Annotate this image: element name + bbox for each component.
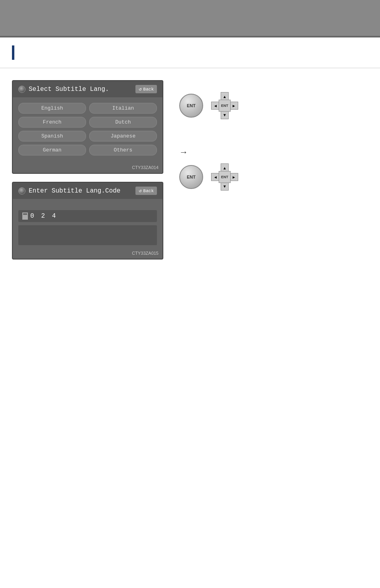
- ent-round-button-1[interactable]: ENT: [179, 94, 203, 118]
- code-input-area: 0 2 4: [13, 199, 163, 249]
- back-arrow-icon-1: ↺: [139, 86, 141, 92]
- screen1-header: Select Subtitle Lang. ↺ Back: [13, 81, 163, 97]
- control-row-1: ENT ▲ ◄ ENT ► ▼: [179, 92, 238, 119]
- screen1-back-button[interactable]: ↺ Back: [135, 85, 157, 93]
- code-cursor: [22, 212, 28, 220]
- lang-btn-english[interactable]: English: [18, 103, 86, 114]
- language-grid: English Italian French Dutch Spanish Jap…: [13, 97, 163, 163]
- header-accent: [12, 45, 14, 60]
- screen2-title: Enter Subtitle Lang.Code: [18, 187, 120, 195]
- dpad-1-right[interactable]: ►: [229, 102, 238, 110]
- right-column: ENT ▲ ◄ ENT ► ▼ → ENT: [179, 80, 238, 260]
- code-display: 0 2 4: [18, 210, 157, 222]
- code-result-area: [18, 225, 157, 245]
- screen1-panel: Select Subtitle Lang. ↺ Back English Ita…: [12, 80, 163, 174]
- dpad-1: ▲ ◄ ENT ► ▼: [211, 92, 238, 119]
- dpad-1-down[interactable]: ▼: [221, 110, 229, 119]
- dpad-1-center[interactable]: ENT: [219, 100, 231, 112]
- lang-btn-spanish[interactable]: Spanish: [18, 131, 86, 142]
- lang-btn-japanese[interactable]: Japanese: [89, 131, 157, 142]
- screen2-panel: Enter Subtitle Lang.Code ↺ Back 0 2 4 CT…: [12, 182, 163, 260]
- left-column: Select Subtitle Lang. ↺ Back English Ita…: [12, 80, 163, 260]
- disc-icon-2: [18, 187, 25, 195]
- arrow-right-icon: →: [179, 147, 188, 157]
- control-group-1: ENT ▲ ◄ ENT ► ▼: [179, 92, 238, 119]
- screen2-ref: CTY33ZA015: [13, 249, 163, 259]
- dpad-2-down[interactable]: ▼: [221, 182, 229, 191]
- code-value: 0 2 4: [30, 212, 57, 220]
- dpad-2: ▲ ◄ ENT ► ▼: [211, 163, 238, 191]
- lang-btn-dutch[interactable]: Dutch: [89, 117, 157, 128]
- screen1-title: Select Subtitle Lang.: [18, 86, 109, 93]
- lang-btn-german[interactable]: German: [18, 145, 86, 155]
- control-group-2: → ENT ▲ ◄ ENT ► ▼: [179, 147, 238, 191]
- header-area: [0, 37, 380, 68]
- ent-round-button-2[interactable]: ENT: [179, 165, 203, 189]
- screen2-header: Enter Subtitle Lang.Code ↺ Back: [13, 183, 163, 199]
- control-row-2: →: [179, 147, 238, 157]
- lang-btn-french[interactable]: French: [18, 117, 86, 128]
- top-bar: [0, 0, 380, 36]
- back-arrow-icon-2: ↺: [139, 188, 141, 194]
- disc-icon-1: [18, 86, 25, 93]
- screen2-back-button[interactable]: ↺ Back: [135, 187, 157, 195]
- lang-btn-others[interactable]: Others: [89, 145, 157, 155]
- lang-btn-italian[interactable]: Italian: [89, 103, 157, 114]
- dpad-2-right[interactable]: ►: [229, 173, 238, 181]
- dpad-2-center[interactable]: ENT: [219, 171, 231, 183]
- main-content: Select Subtitle Lang. ↺ Back English Ita…: [0, 68, 380, 271]
- screen1-ref: CTY33ZA014: [13, 163, 163, 173]
- control-row-3: ENT ▲ ◄ ENT ► ▼: [179, 163, 238, 191]
